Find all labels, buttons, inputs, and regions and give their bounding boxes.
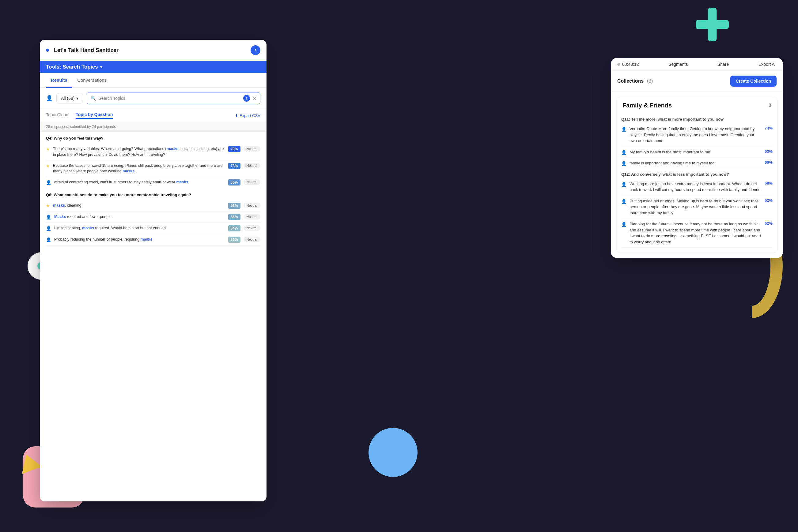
nav-icon-button[interactable]	[251, 45, 260, 55]
collections-label: Collections	[617, 78, 643, 83]
response-text: Because the cases for covid-19 are risin…	[53, 163, 225, 174]
star-icon: ★	[46, 203, 50, 208]
tab-conversations[interactable]: Conversations	[72, 73, 111, 88]
pct-badge: 65%	[228, 179, 240, 186]
table-row: ★ masks, cleaning 56% Neutral	[46, 200, 260, 211]
tools-bar: Tools: Search Topics ▾	[40, 61, 267, 73]
person-icon: 👤	[46, 180, 51, 185]
view-tab-topic-by-question[interactable]: Topic by Question	[76, 112, 113, 119]
collection-pct: 74%	[765, 126, 773, 130]
tab-results[interactable]: Results	[46, 73, 72, 88]
search-input-wrap[interactable]: 🔍 Search Topics 1 ✕	[87, 92, 260, 104]
collection-pct: 60%	[765, 160, 773, 165]
person-icon: 👤	[621, 182, 627, 187]
person-icon: 👤	[46, 226, 51, 231]
tools-label-text: Tools: Search Topics	[46, 64, 98, 70]
search-badge: 1	[243, 95, 250, 102]
tabs-row: Results Conversations	[40, 73, 267, 88]
timer-dot	[617, 63, 620, 66]
svg-rect-1	[696, 20, 729, 29]
list-item: 👤 Planning for the future -- because it …	[621, 218, 773, 248]
response-text: masks, cleaning	[53, 203, 225, 208]
collection-question-label: Q12: And conversely, what is less import…	[621, 169, 773, 178]
share-button[interactable]: Share	[718, 62, 729, 67]
highlight-masks: masks	[176, 180, 188, 184]
collection-question-label: Q11: Tell me more, what is more importan…	[621, 114, 773, 124]
collection-response-text: family is important and having time to m…	[630, 160, 762, 166]
person-icon: 👤	[621, 161, 627, 166]
pct-badge: 56%	[228, 214, 240, 220]
table-row: 👤 afraid of contracting covid, can't tru…	[46, 177, 260, 188]
collection-response-text: My family's health is the most important…	[630, 149, 762, 155]
question-label-q6: Q6: What can airlines do to make you fee…	[46, 192, 260, 197]
sentiment-badge: Neutral	[243, 163, 260, 168]
export-all-button[interactable]: Export All	[759, 62, 777, 67]
filter-label: All (68)	[61, 96, 74, 101]
list-item: 👤 Putting aside old grudges. Making up i…	[621, 195, 773, 219]
tools-label[interactable]: Tools: Search Topics ▾	[46, 64, 102, 70]
sentiment-badge: Neutral	[243, 203, 260, 208]
sentiment-badge: Neutral	[243, 225, 260, 231]
table-row: 👤 Limited seating, masks required. Would…	[46, 223, 260, 234]
person-icon: 👤	[621, 150, 627, 155]
search-input[interactable]: Search Topics	[98, 96, 241, 101]
view-row: Topic Cloud Topic by Question ⬇ Export C…	[40, 109, 267, 122]
pct-badge: 51%	[228, 236, 240, 243]
collection-count: 3	[768, 103, 772, 108]
filter-row: 👤 All (68) ▾ 🔍 Search Topics 1 ✕	[40, 88, 267, 109]
pct-badge: 73%	[228, 163, 240, 169]
sentiment-badge: Neutral	[243, 146, 260, 152]
responses-info: 28 responses, submitted by 24 participan…	[40, 122, 267, 132]
response-text: Probably reducing the number of people, …	[54, 236, 225, 243]
timer-group: 00:43:12	[617, 62, 639, 67]
pct-badge: 79%	[228, 146, 240, 152]
list-item: 👤 family is important and having time to…	[621, 158, 773, 169]
right-panel-top-bar: 00:43:12 Segments Share Export All	[611, 58, 783, 71]
collection-response-text: Verbatim Quote More family time. Getting…	[630, 126, 762, 144]
export-icon: ⬇	[235, 113, 238, 118]
export-csv-button[interactable]: ⬇ Export CSV	[235, 113, 260, 118]
collection-card-header: Family & Friends 3	[616, 97, 778, 114]
highlight-masks: masks	[167, 147, 179, 151]
question-label-q4: Q4: Why do you feel this way?	[46, 136, 260, 140]
collection-name: Family & Friends	[622, 102, 765, 109]
collections-count: (3)	[647, 78, 653, 83]
right-panel: 00:43:12 Segments Share Export All Colle…	[611, 58, 783, 258]
app-wrapper: Let's Talk Hand Sanitizer Tools: Search …	[40, 40, 783, 501]
nav-dot	[46, 49, 49, 52]
project-title: Let's Talk Hand Sanitizer	[54, 47, 246, 54]
response-text: afraid of contracting covid, can't trust…	[54, 179, 225, 185]
person-icon: 👤	[621, 127, 627, 132]
star-icon: ★	[46, 147, 50, 152]
highlight-masks: masks	[53, 203, 65, 208]
sentiment-badge: Neutral	[243, 236, 260, 242]
collections-title: Collections (3)	[617, 78, 653, 84]
timer-value: 00:43:12	[622, 62, 639, 67]
panel-header: Let's Talk Hand Sanitizer	[40, 40, 267, 61]
collection-pct: 62%	[765, 221, 773, 226]
left-panel: Let's Talk Hand Sanitizer Tools: Search …	[40, 40, 267, 501]
questions-area: Q4: Why do you feel this way? ★ There's …	[40, 132, 267, 501]
person-icon: 👤	[621, 222, 627, 227]
create-collection-button[interactable]: Create Collection	[730, 76, 777, 87]
response-text: There's too many variables. Where am I g…	[53, 146, 225, 158]
person-icon: 👤	[46, 237, 51, 242]
highlight-masks: masks	[140, 237, 152, 242]
plus-decoration	[694, 6, 731, 43]
pct-badge: 56%	[228, 203, 240, 209]
table-row: 👤 Masks required and fewer people. 56% N…	[46, 211, 260, 223]
sentiment-badge: Neutral	[243, 179, 260, 185]
collections-header: Collections (3) Create Collection	[611, 71, 783, 92]
list-item: 👤 Working more just to have extra money …	[621, 178, 773, 195]
table-row: 👤 Probably reducing the number of people…	[46, 234, 260, 246]
table-row: ★ Because the cases for covid-19 are ris…	[46, 160, 260, 177]
person-icon: 👤	[621, 199, 627, 204]
all-filter-select[interactable]: All (68) ▾	[56, 93, 83, 103]
list-item: 👤 My family's health is the most importa…	[621, 147, 773, 158]
collection-response-text: Planning for the future -- because it ma…	[630, 221, 762, 245]
response-text: Masks required and fewer people.	[54, 214, 225, 220]
collection-pct: 63%	[765, 149, 773, 154]
segments-button[interactable]: Segments	[668, 62, 688, 67]
clear-search-button[interactable]: ✕	[252, 95, 256, 101]
view-tab-topic-cloud[interactable]: Topic Cloud	[46, 112, 68, 118]
